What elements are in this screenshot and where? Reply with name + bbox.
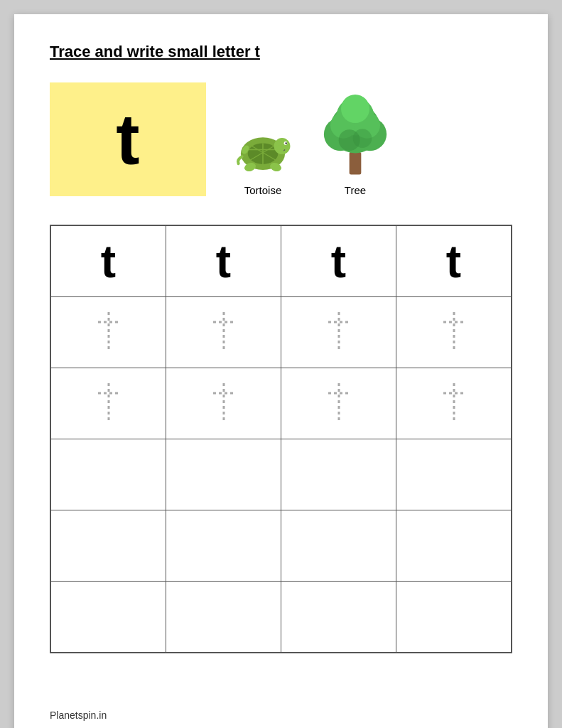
svg-rect-13 [350, 152, 362, 175]
tree-image [320, 95, 391, 180]
svg-point-8 [286, 142, 287, 144]
dotted-t-svg [206, 378, 242, 427]
solid-letter-t: t [216, 236, 231, 287]
dotted-t-svg [91, 306, 126, 356]
table-cell-empty[interactable] [51, 439, 166, 510]
table-cell: t [396, 226, 512, 297]
table-cell [396, 368, 512, 439]
table-row [51, 297, 512, 368]
svg-point-22 [353, 129, 372, 148]
table-row [51, 439, 512, 510]
dotted-t-svg [321, 306, 357, 356]
table-cell-empty[interactable] [396, 439, 512, 510]
table-cell-empty[interactable] [166, 510, 281, 582]
letter-t-large: t [116, 104, 139, 175]
table-cell-empty[interactable] [166, 582, 281, 653]
svg-point-20 [341, 95, 369, 123]
trace-table: t t t t [50, 225, 512, 653]
table-cell-empty[interactable] [281, 439, 396, 510]
trace-grid: t t t t [50, 225, 512, 653]
table-cell [396, 297, 512, 368]
table-cell-empty[interactable] [281, 582, 396, 653]
table-cell [166, 297, 281, 368]
table-cell: t [51, 226, 166, 297]
table-cell-empty[interactable] [396, 510, 512, 582]
table-cell [166, 368, 281, 439]
tortoise-image [227, 116, 298, 180]
images-section: t [50, 82, 512, 196]
table-cell [51, 297, 166, 368]
solid-letter-t: t [331, 236, 346, 287]
tortoise-label: Tortoise [244, 184, 282, 196]
solid-letter-t: t [446, 236, 461, 287]
dotted-t-svg [321, 378, 357, 427]
table-cell [281, 368, 396, 439]
dotted-t-svg [206, 306, 242, 356]
table-cell-empty[interactable] [166, 439, 281, 510]
table-row [51, 368, 512, 439]
table-cell: t [166, 226, 281, 297]
tree-label: Tree [345, 184, 366, 196]
dotted-t-svg [91, 378, 126, 427]
letter-display-box: t [50, 82, 206, 196]
table-cell-empty[interactable] [396, 582, 512, 653]
table-cell: t [281, 226, 396, 297]
table-cell-empty[interactable] [51, 510, 166, 582]
dotted-t-svg [436, 306, 472, 356]
footer-text: Planetspin.in [50, 710, 107, 721]
table-row [51, 582, 512, 653]
dotted-t-svg [436, 378, 472, 427]
table-cell [281, 297, 396, 368]
page: Trace and write small letter t t [14, 14, 548, 728]
tortoise-item: Tortoise [227, 116, 298, 196]
solid-letter-t: t [101, 236, 116, 287]
table-row [51, 510, 512, 582]
table-cell-empty[interactable] [281, 510, 396, 582]
table-row: t t t t [51, 226, 512, 297]
page-title: Trace and write small letter t [50, 43, 512, 61]
table-cell-empty[interactable] [51, 582, 166, 653]
table-cell [51, 368, 166, 439]
tree-item: Tree [320, 95, 391, 196]
